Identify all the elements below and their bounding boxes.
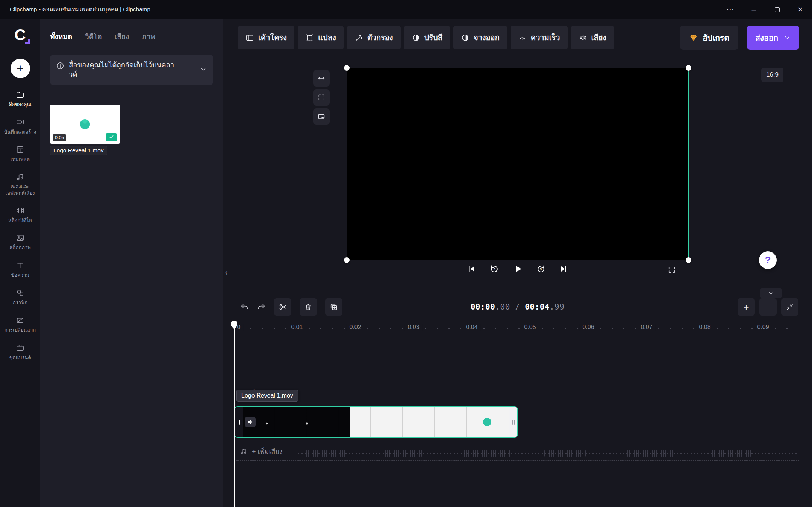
total-time-fraction: .99	[550, 302, 564, 311]
undo-button[interactable]	[240, 303, 249, 311]
skip-start-icon	[467, 264, 477, 274]
playhead-line	[234, 327, 235, 507]
skip-end-button[interactable]	[559, 264, 568, 274]
fade-button[interactable]: จางออก	[453, 26, 507, 49]
duplicate-button[interactable]	[325, 298, 342, 316]
zoom-in-button[interactable]: +	[738, 298, 755, 316]
play-button[interactable]	[512, 263, 523, 275]
text-icon	[16, 261, 24, 270]
media-tabs: ทั้งหมด วิดีโอ เสียง ภาพ	[50, 19, 213, 47]
sidebar-item-label: สต็อกภาพ	[9, 245, 31, 251]
editor-area: เค้าโครง แปลง ตัวกรอง ปรับสี จางออก	[223, 19, 812, 507]
zoom-out-button[interactable]: −	[759, 298, 777, 316]
window-more-icon[interactable]: ⋯	[719, 0, 742, 19]
split-button[interactable]	[274, 298, 291, 316]
selection-handle-bottom-right[interactable]	[686, 257, 691, 263]
window-close-button[interactable]: ×	[789, 0, 812, 19]
ruler-tick-label: 0:04	[463, 324, 480, 331]
playback-controls: 5 5	[467, 263, 568, 275]
selection-handle-top-left[interactable]	[344, 65, 350, 71]
upgrade-button[interactable]: อัปเกรด	[680, 26, 738, 50]
window-maximize-button[interactable]	[765, 0, 789, 19]
sidebar-nav: สื่อของคุณ บันทึกและสร้าง เทมเพลต เพลงแล…	[0, 90, 40, 361]
add-media-button[interactable]: +	[11, 59, 30, 78]
sidebar-item-music-sfx[interactable]: เพลงและเอฟเฟกต์เสียง	[0, 173, 40, 197]
redo-button[interactable]	[257, 303, 266, 311]
aspect-ratio-badge[interactable]: 16:9	[761, 68, 783, 82]
sidebar-item-label: สื่อของคุณ	[9, 102, 32, 108]
fit-width-button[interactable]	[313, 70, 330, 87]
export-label: ส่งออก	[755, 32, 778, 44]
tab-all[interactable]: ทั้งหมด	[50, 31, 72, 47]
fill-frame-button[interactable]	[313, 89, 330, 106]
trim-handle-right[interactable]	[509, 407, 517, 437]
help-button[interactable]: ?	[759, 251, 777, 269]
layout-icon	[245, 33, 254, 42]
fullscreen-button[interactable]	[668, 266, 676, 275]
sidebar-item-templates[interactable]: เทมเพลต	[0, 145, 40, 163]
audio-button[interactable]: เสียง	[571, 26, 614, 49]
timeline-collapse-button[interactable]	[760, 288, 782, 298]
layout-button[interactable]: เค้าโครง	[238, 26, 294, 49]
tab-images[interactable]: ภาพ	[142, 31, 155, 47]
export-button[interactable]: ส่งออก	[747, 26, 799, 50]
speed-button[interactable]: ความเร็ว	[511, 26, 568, 49]
chevron-left-icon: ‹	[225, 268, 227, 278]
fade-icon	[461, 33, 470, 42]
pip-icon	[318, 113, 325, 120]
playhead[interactable]	[231, 321, 238, 507]
tool-label: เค้าโครง	[258, 32, 287, 44]
forward-5-button[interactable]: 5	[536, 264, 546, 274]
sidebar-item-brand-kit[interactable]: ชุดแบรนด์	[0, 343, 40, 361]
selection-handle-top-right[interactable]	[686, 65, 691, 71]
duplicate-icon	[330, 303, 338, 311]
media-item-card[interactable]: 0:05 Logo Reveal 1.mov	[50, 105, 120, 155]
total-time: 00:04	[525, 302, 550, 311]
chevron-down-icon	[783, 34, 791, 41]
time-ruler[interactable]: 0 0:01 0:02 0:03 0:04 0:05 0:06 0:07 0:0…	[223, 320, 801, 337]
filters-button[interactable]: ตัวกรอง	[347, 26, 401, 49]
tab-audio[interactable]: เสียง	[115, 31, 129, 47]
ruler-tick-label: 0:09	[754, 324, 772, 331]
chevron-down-icon[interactable]	[200, 65, 207, 74]
waveform-cluster	[462, 450, 511, 457]
sidebar-item-stock-video[interactable]: สต็อกวิดีโอ	[0, 206, 40, 224]
timeline-clip[interactable]	[234, 406, 518, 438]
delete-button[interactable]	[300, 298, 317, 316]
briefcase-icon	[16, 343, 24, 352]
sidebar-item-graphics[interactable]: กราฟิก	[0, 288, 40, 306]
clip-filmstrip[interactable]	[243, 407, 509, 437]
timeline-edit-actions	[240, 298, 342, 316]
selection-handle-bottom-left[interactable]	[344, 257, 350, 263]
panel-collapse-button[interactable]: ‹	[223, 264, 230, 281]
skip-start-button[interactable]	[467, 264, 477, 274]
duration-badge: 0:05	[53, 134, 66, 141]
notice-text: สื่อของคุณไม่ได้ถูกจัดเก็บไว้บนคลาวด์	[69, 61, 182, 79]
play-icon	[512, 263, 523, 275]
timeline: 00:00.00 / 00:04.99 + − 0 0:01 0:02 0:03	[223, 293, 812, 507]
picture-in-picture-button[interactable]	[313, 108, 330, 125]
clip-audio-chip[interactable]	[245, 417, 256, 427]
clip-logo-graphic	[483, 418, 491, 426]
zoom-fit-button[interactable]	[781, 298, 798, 316]
gem-icon	[689, 33, 698, 42]
tab-video[interactable]: วิดีโอ	[85, 31, 102, 47]
cloud-storage-notice[interactable]: สื่อของคุณไม่ได้ถูกจัดเก็บไว้บนคลาวด์	[50, 55, 213, 85]
adjust-colors-button[interactable]: ปรับสี	[404, 26, 450, 49]
sidebar-item-your-media[interactable]: สื่อของคุณ	[0, 90, 40, 108]
add-audio-track-hint[interactable]: + เพิ่มเสียง	[240, 446, 283, 457]
rewind-5-button[interactable]: 5	[489, 264, 499, 274]
sidebar-item-record-create[interactable]: บันทึกและสร้าง	[0, 118, 40, 135]
ruler-tick-label: 0:01	[288, 324, 306, 331]
window-minimize-button[interactable]: –	[742, 0, 765, 19]
media-thumbnail[interactable]: 0:05	[50, 105, 120, 144]
wand-icon	[354, 33, 363, 42]
video-canvas[interactable]	[347, 68, 689, 260]
edit-toolbar: เค้าโครง แปลง ตัวกรอง ปรับสี จางออก	[223, 19, 812, 56]
sidebar-item-label: เทมเพลต	[11, 156, 30, 163]
sidebar-item-stock-images[interactable]: สต็อกภาพ	[0, 234, 40, 251]
scissors-icon	[279, 303, 287, 311]
sidebar-item-transitions[interactable]: การเปลี่ยนฉาก	[0, 316, 40, 334]
transform-button[interactable]: แปลง	[298, 26, 344, 49]
sidebar-item-text[interactable]: ข้อความ	[0, 261, 40, 279]
